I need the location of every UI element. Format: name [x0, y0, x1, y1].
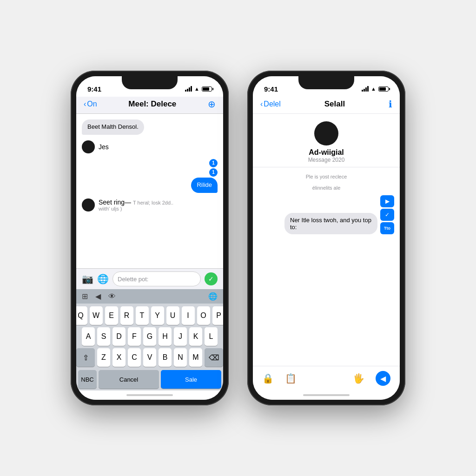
key-b[interactable]: B — [159, 348, 172, 367]
action-tto-btn[interactable]: Tto — [380, 222, 394, 234]
avatar-left-1 — [82, 140, 95, 153]
nav-action-right[interactable]: ℹ — [389, 99, 392, 110]
key-r[interactable]: R — [120, 306, 133, 325]
contact-row-2: Seet ring— T heral; losk 2dd.. wiith' ul… — [82, 197, 218, 213]
bubble-received-1: Beet Malth Densol. — [82, 119, 144, 135]
message-row-sent: 1 1 Rilide — [82, 159, 218, 193]
scene: 9:41 ▲ ‹ On — [0, 0, 476, 476]
key-m[interactable]: M — [189, 348, 202, 367]
send-button-left[interactable]: ✓ — [205, 272, 218, 285]
contact-avatar-right — [314, 121, 338, 145]
key-t[interactable]: T — [136, 306, 149, 325]
home-indicator-left — [76, 390, 223, 400]
key-d[interactable]: D — [112, 327, 126, 346]
key-a[interactable]: A — [82, 327, 95, 346]
lock-icon[interactable]: 🔒 — [262, 373, 274, 384]
contact-info-2: Seet ring— T heral; losk 2dd.. wiith' ul… — [99, 198, 173, 212]
key-row-3: ⇧ Z X C V B N M ⌫ — [78, 348, 221, 367]
key-l[interactable]: L — [205, 327, 218, 346]
messages-area-left: Beet Malth Densol. Jes 1 1 Rilide — [76, 114, 223, 268]
key-u[interactable]: U — [166, 306, 179, 325]
contact-sub-right: Message 2020 — [308, 157, 345, 163]
toolbar-icon-eye[interactable]: 👁 — [108, 292, 116, 301]
messages-area-right: Ple is yost reclece élinnelits ale Ner I… — [253, 167, 400, 366]
notch-right — [298, 76, 354, 89]
key-z[interactable]: Z — [97, 348, 110, 367]
key-j[interactable]: J — [174, 327, 187, 346]
key-delete[interactable]: ⌫ — [205, 348, 223, 367]
key-row-2: A S D F G H J K L — [78, 327, 221, 346]
toolbar-icon-back[interactable]: ◀ — [95, 292, 101, 301]
key-h[interactable]: H — [159, 327, 172, 346]
signal-icon-left — [185, 86, 192, 92]
toolbar-icon-grid[interactable]: ⊞ — [82, 292, 88, 301]
key-x[interactable]: X — [112, 348, 126, 367]
key-q[interactable]: Q — [76, 306, 87, 325]
key-k[interactable]: K — [189, 327, 202, 346]
nav-title-right: Selall — [324, 99, 345, 109]
message-input-left[interactable]: Delette pot: — [112, 271, 201, 286]
wifi-icon-left: ▲ — [194, 86, 199, 92]
send-button-right[interactable]: ◀ — [376, 371, 390, 386]
key-cancel[interactable]: Cancel — [99, 370, 159, 389]
battery-icon-right — [378, 86, 389, 92]
system-msg-1: Ple is yost reclece — [258, 173, 394, 180]
back-button-right[interactable]: ‹ Delel — [260, 100, 281, 108]
clipboard-icon[interactable]: 📋 — [285, 373, 297, 384]
signal-icon-right — [362, 86, 369, 92]
camera-icon[interactable]: 📷 — [82, 273, 93, 284]
key-o[interactable]: O — [197, 306, 210, 325]
contact-row-1: Jes — [82, 139, 218, 155]
bubble-right-1: Ner Itle loss twoh, and you top to: — [284, 213, 377, 234]
nav-bar-right: ‹ Delel Selall ℹ — [253, 97, 400, 114]
message-row-1: Beet Malth Densol. — [82, 119, 218, 135]
key-c[interactable]: C — [128, 348, 141, 367]
key-shift[interactable]: ⇧ — [76, 348, 95, 367]
toolbar-icon-globe[interactable]: 🌐 — [208, 292, 218, 301]
input-placeholder-left: Delette pot: — [118, 276, 149, 283]
badge-1: 1 — [209, 159, 218, 167]
system-msg-2: élinnelits ale — [258, 184, 394, 192]
bubble-sent-1: Rilide — [191, 178, 218, 193]
message-row-right-1: Ner Itle loss twoh, and you top to: ▶ ✓ … — [258, 195, 394, 234]
key-s[interactable]: S — [97, 327, 110, 346]
nav-action-left[interactable]: ⊕ — [208, 99, 216, 110]
key-y[interactable]: Y — [151, 306, 164, 325]
key-sale[interactable]: Sale — [161, 370, 221, 389]
contact-name-right: Ad-wiigial — [309, 148, 344, 157]
key-p[interactable]: P — [212, 306, 224, 325]
key-w[interactable]: W — [90, 306, 103, 325]
wifi-icon-right: ▲ — [371, 86, 376, 92]
contact-name-1: Jes — [99, 143, 109, 151]
key-g[interactable]: G — [143, 327, 156, 346]
right-phone: 9:41 ▲ ‹ Del — [247, 71, 405, 405]
battery-icon-left — [202, 86, 212, 92]
key-e[interactable]: E — [105, 306, 118, 325]
chevron-left-icon: ‹ — [84, 100, 86, 108]
status-icons-left: ▲ — [185, 86, 212, 92]
action-play-btn[interactable]: ▶ — [380, 195, 394, 207]
key-i[interactable]: I — [182, 306, 195, 325]
key-f[interactable]: F — [128, 327, 141, 346]
key-v[interactable]: V — [143, 348, 156, 367]
action-check-btn[interactable]: ✓ — [380, 209, 394, 221]
action-buttons: ▶ ✓ Tto — [380, 195, 394, 234]
globe-icon[interactable]: 🌐 — [97, 273, 109, 284]
key-row-1: Q W E R T Y U I O P — [78, 306, 221, 325]
back-button-left[interactable]: ‹ On — [84, 100, 97, 108]
avatar-left-2 — [82, 198, 95, 212]
key-n[interactable]: N — [174, 348, 187, 367]
keyboard-rows: Q W E R T Y U I O P A S D — [76, 304, 223, 370]
nav-title-left: Meel: Delece — [128, 99, 176, 109]
keyboard-left: ⊞ ◀ 👁 🌐 Q W E R T Y U I — [76, 289, 223, 400]
keyboard-bottom-row: NBC Cancel Sale — [76, 370, 223, 390]
key-nbc[interactable]: NBC — [78, 370, 97, 389]
chevron-left-icon-right: ‹ — [260, 100, 263, 108]
home-bar-right — [303, 394, 350, 396]
home-bar-left — [126, 394, 173, 396]
notch — [122, 76, 178, 89]
time-left: 9:41 — [87, 85, 101, 93]
checkmark-icon: ✓ — [208, 275, 214, 283]
home-indicator-right — [253, 390, 400, 400]
hand-icon[interactable]: 🖐 — [353, 373, 364, 384]
